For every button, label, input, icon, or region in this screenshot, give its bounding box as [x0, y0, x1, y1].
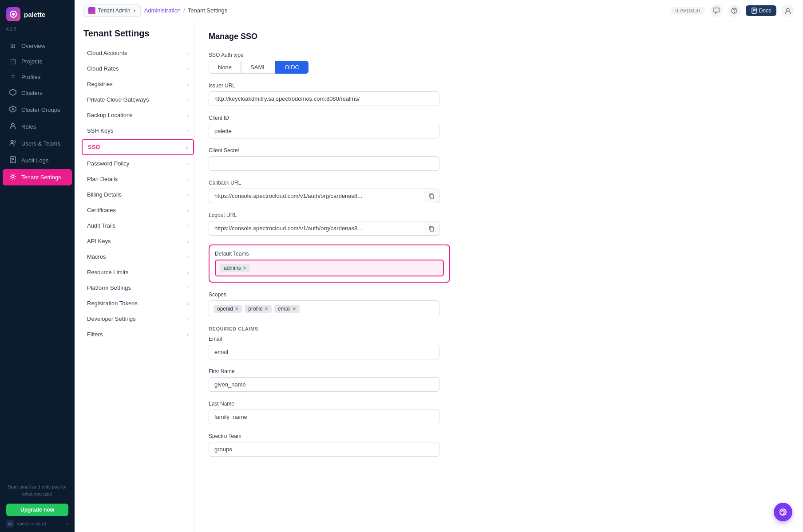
- callback-url-copy-button[interactable]: [424, 189, 439, 203]
- svg-point-23: [783, 515, 783, 515]
- callback-url-label: Callback URL: [209, 180, 789, 186]
- settings-menu-certificates[interactable]: Certificates ›: [82, 203, 194, 217]
- settings-menu-audit-trails[interactable]: Audit Trails ›: [82, 218, 194, 233]
- floating-action-button[interactable]: [774, 503, 792, 521]
- user-avatar[interactable]: [782, 4, 794, 17]
- help-icon-button[interactable]: [728, 4, 740, 17]
- spectro-team-claim-section: Spectro Team: [209, 433, 789, 457]
- settings-menu-platform-settings[interactable]: Platform Settings ›: [82, 280, 194, 295]
- nav-item-tenant-settings[interactable]: Tenant Settings: [3, 169, 72, 185]
- settings-menu-registries[interactable]: Registries ›: [82, 77, 194, 91]
- chevron-platform-icon: ›: [187, 285, 189, 291]
- svg-point-14: [734, 12, 734, 12]
- settings-menu-filters[interactable]: Filters ›: [82, 327, 194, 342]
- settings-menu-macros[interactable]: Macros ›: [82, 249, 194, 264]
- settings-menu-label-filters: Filters: [87, 331, 103, 338]
- settings-menu-plan-details[interactable]: Plan Details ›: [82, 172, 194, 186]
- svg-point-1: [12, 13, 15, 16]
- scopes-section: Scopes openid × profile × email ×: [209, 292, 789, 317]
- logo-area: palette: [0, 0, 75, 26]
- chevron-ssh-icon: ›: [187, 128, 189, 134]
- audit-logs-icon: [9, 156, 17, 165]
- nav-label-users-teams: Users & Teams: [21, 140, 60, 147]
- settings-menu-label-platform-settings: Platform Settings: [87, 284, 131, 291]
- email-claim-input[interactable]: [209, 345, 439, 359]
- svg-point-4: [12, 108, 14, 110]
- cpu-usage-badge: 0.75/100cH: [671, 7, 704, 15]
- roles-icon: [9, 122, 17, 131]
- issuer-url-input[interactable]: [209, 91, 439, 106]
- nav-label-profiles: Profiles: [21, 74, 40, 80]
- settings-menu-cloud-accounts[interactable]: Cloud Accounts ›: [82, 46, 194, 60]
- settings-menu-resource-limits[interactable]: Resource Limits ›: [82, 265, 194, 280]
- settings-menu-cloud-rates[interactable]: Cloud Rates ›: [82, 61, 194, 76]
- nav-item-cluster-groups[interactable]: Cluster Groups: [3, 102, 72, 118]
- tag-profile-label: profile: [248, 306, 263, 312]
- nav-item-audit-logs[interactable]: Audit Logs: [3, 152, 72, 169]
- tag-admins-remove-button[interactable]: ×: [243, 265, 246, 271]
- issuer-url-label: Issuer URL: [209, 83, 789, 89]
- docs-button[interactable]: Docs: [746, 5, 776, 16]
- profiles-icon: ≡: [9, 73, 17, 80]
- tenant-name: Tenant Admin: [98, 8, 131, 14]
- scopes-input[interactable]: openid × profile × email ×: [209, 300, 439, 317]
- fab-icon: [779, 508, 787, 516]
- cluster-groups-icon: [9, 106, 17, 114]
- settings-menu-label-registration-tokens: Registration Tokens: [87, 300, 138, 307]
- default-teams-input[interactable]: admins ×: [215, 260, 444, 276]
- settings-menu-registration-tokens[interactable]: Registration Tokens ›: [82, 296, 194, 311]
- client-id-input[interactable]: [209, 124, 439, 138]
- settings-menu-label-certificates: Certificates: [87, 207, 116, 213]
- nav-item-roles[interactable]: Roles: [3, 118, 72, 135]
- upgrade-button[interactable]: Upgrade now: [6, 504, 68, 516]
- svg-rect-21: [430, 227, 434, 231]
- chevron-plan-icon: ›: [187, 177, 189, 182]
- svg-point-12: [12, 176, 14, 178]
- tag-profile-remove-button[interactable]: ×: [265, 306, 268, 312]
- settings-menu-private-cloud-gateways[interactable]: Private Cloud Gateways ›: [82, 92, 194, 107]
- chevron-audit-icon: ›: [187, 223, 189, 229]
- tenant-selector[interactable]: Tenant Admin ▾: [83, 4, 141, 17]
- svg-point-7: [14, 141, 16, 142]
- settings-menu-backup-locations[interactable]: Backup Locations ›: [82, 108, 194, 122]
- nav-item-users-teams[interactable]: Users & Teams: [3, 135, 72, 152]
- default-teams-highlighted-section: Default Teams admins ×: [209, 244, 450, 283]
- spectro-team-claim-input[interactable]: [209, 442, 439, 457]
- sso-type-saml[interactable]: SAML: [241, 61, 275, 74]
- client-id-section: Client ID: [209, 115, 789, 138]
- tag-openid: openid ×: [214, 305, 242, 313]
- nav-item-clusters[interactable]: Clusters: [3, 85, 72, 101]
- nav-item-overview[interactable]: ⊞ Overview: [3, 38, 72, 53]
- sso-type-none[interactable]: None: [209, 61, 241, 74]
- settings-menu-password-policy[interactable]: Password Policy ›: [82, 156, 194, 171]
- nav-item-profiles[interactable]: ≡ Profiles: [3, 69, 72, 84]
- content-area: Tenant Settings Cloud Accounts › Cloud R…: [75, 21, 803, 532]
- breadcrumb: Administration / Tenant Settings: [144, 7, 228, 14]
- sso-type-oidc[interactable]: OIDC: [275, 61, 309, 74]
- client-secret-input[interactable]: [209, 156, 439, 171]
- callback-url-input[interactable]: [209, 189, 424, 203]
- nav-item-projects[interactable]: ◫ Projects: [3, 54, 72, 69]
- svg-point-5: [12, 123, 14, 126]
- svg-marker-2: [10, 89, 16, 95]
- settings-menu-label-resource-limits: Resource Limits: [87, 269, 128, 276]
- tag-email-remove-button[interactable]: ×: [293, 306, 296, 312]
- settings-menu-ssh-keys[interactable]: SSH Keys ›: [82, 123, 194, 138]
- chevron-macros-icon: ›: [187, 254, 189, 260]
- settings-menu-billing-details[interactable]: Billing Details ›: [82, 187, 194, 202]
- copy-icon-2: [428, 225, 435, 232]
- last-name-claim-input[interactable]: [209, 410, 439, 424]
- svg-point-6: [11, 141, 13, 143]
- settings-menu-developer-settings[interactable]: Developer Settings ›: [82, 311, 194, 326]
- collapse-button[interactable]: ‹: [67, 521, 68, 526]
- settings-menu-api-keys[interactable]: API Keys ›: [82, 234, 194, 248]
- auth-type-label: SSO Auth type: [209, 52, 789, 58]
- settings-menu-sso[interactable]: SSO ›: [82, 139, 194, 155]
- svg-point-19: [787, 8, 789, 11]
- logout-url-copy-button[interactable]: [424, 221, 439, 236]
- chat-icon-button[interactable]: [710, 4, 723, 17]
- logout-url-input[interactable]: [209, 221, 424, 236]
- first-name-claim-input[interactable]: [209, 377, 439, 392]
- tag-openid-remove-button[interactable]: ×: [235, 306, 238, 312]
- breadcrumb-parent[interactable]: Administration: [144, 7, 181, 14]
